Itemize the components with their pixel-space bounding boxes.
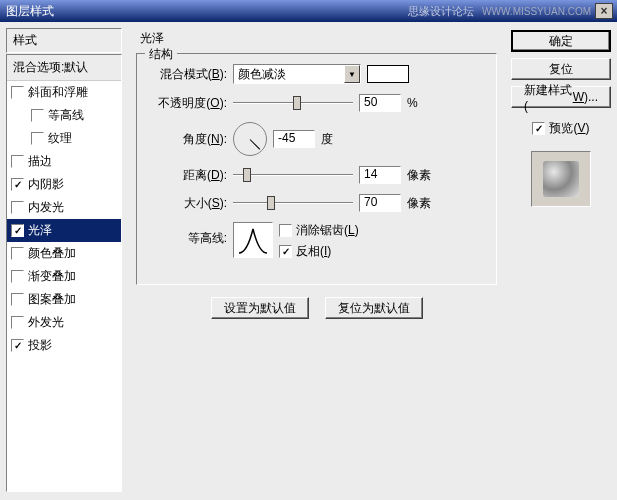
checkbox-icon[interactable] xyxy=(11,316,24,329)
checkbox-icon[interactable] xyxy=(11,178,24,191)
checkbox-icon xyxy=(279,245,292,258)
distance-input[interactable]: 14 xyxy=(359,166,401,184)
style-item-label: 等高线 xyxy=(48,107,84,124)
size-unit: 像素 xyxy=(407,195,431,212)
preview-box xyxy=(531,151,591,207)
ok-button[interactable]: 确定 xyxy=(511,30,611,52)
style-item-label: 斜面和浮雕 xyxy=(28,84,88,101)
title: 图层样式 xyxy=(4,3,408,20)
angle-row: 角度(N): -45 度 xyxy=(149,122,484,156)
style-item-label: 渐变叠加 xyxy=(28,268,76,285)
size-label: 大小(S): xyxy=(149,195,227,212)
styles-list: 混合选项:默认 斜面和浮雕等高线纹理描边内阴影内发光光泽颜色叠加渐变叠加图案叠加… xyxy=(6,54,122,492)
opacity-input[interactable]: 50 xyxy=(359,94,401,112)
angle-input[interactable]: -45 xyxy=(273,130,315,148)
style-item-9[interactable]: 图案叠加 xyxy=(7,288,121,311)
blending-options[interactable]: 混合选项:默认 xyxy=(7,55,121,81)
contour-picker[interactable] xyxy=(233,222,273,258)
style-item-label: 光泽 xyxy=(28,222,52,239)
set-default-button[interactable]: 设置为默认值 xyxy=(211,297,309,319)
style-item-3[interactable]: 描边 xyxy=(7,150,121,173)
style-item-4[interactable]: 内阴影 xyxy=(7,173,121,196)
style-item-label: 投影 xyxy=(28,337,52,354)
style-item-0[interactable]: 斜面和浮雕 xyxy=(7,81,121,104)
opacity-slider[interactable] xyxy=(233,94,353,112)
contour-curve-icon xyxy=(237,225,269,255)
structure-group: 结构 混合模式(B): 颜色减淡 ▼ 不透明度(O): 50 % 角度(N): … xyxy=(136,53,497,285)
checkbox-icon[interactable] xyxy=(31,132,44,145)
close-icon: × xyxy=(600,4,607,18)
size-input[interactable]: 70 xyxy=(359,194,401,212)
chevron-down-icon: ▼ xyxy=(344,65,360,83)
dialog-body: 样式 混合选项:默认 斜面和浮雕等高线纹理描边内阴影内发光光泽颜色叠加渐变叠加图… xyxy=(0,22,617,498)
cancel-button[interactable]: 复位 xyxy=(511,58,611,80)
antialias-check[interactable]: 消除锯齿(L) xyxy=(279,222,359,239)
default-buttons: 设置为默认值 复位为默认值 xyxy=(136,297,497,319)
style-item-1[interactable]: 等高线 xyxy=(7,104,121,127)
opacity-row: 不透明度(O): 50 % xyxy=(149,94,484,112)
style-item-label: 纹理 xyxy=(48,130,72,147)
reset-default-button[interactable]: 复位为默认值 xyxy=(325,297,423,319)
style-item-label: 内发光 xyxy=(28,199,64,216)
checkbox-icon[interactable] xyxy=(11,155,24,168)
color-swatch[interactable] xyxy=(367,65,409,83)
distance-row: 距离(D): 14 像素 xyxy=(149,166,484,184)
group-title: 结构 xyxy=(145,46,177,63)
checkbox-icon[interactable] xyxy=(11,339,24,352)
action-panel: 确定 复位 新建样式(W)... 预览(V) xyxy=(511,28,611,492)
contour-label: 等高线: xyxy=(149,222,227,247)
style-item-10[interactable]: 外发光 xyxy=(7,311,121,334)
style-item-11[interactable]: 投影 xyxy=(7,334,121,357)
checkbox-icon[interactable] xyxy=(11,270,24,283)
size-slider[interactable] xyxy=(233,194,353,212)
blend-mode-dropdown[interactable]: 颜色减淡 ▼ xyxy=(233,64,361,84)
checkbox-icon[interactable] xyxy=(11,86,24,99)
style-item-6[interactable]: 光泽 xyxy=(7,219,121,242)
angle-dial[interactable] xyxy=(233,122,267,156)
checkbox-icon[interactable] xyxy=(11,201,24,214)
blend-mode-row: 混合模式(B): 颜色减淡 ▼ xyxy=(149,64,484,84)
angle-unit: 度 xyxy=(321,131,333,148)
style-item-label: 描边 xyxy=(28,153,52,170)
watermark: 思缘设计论坛 xyxy=(408,4,474,19)
style-item-label: 颜色叠加 xyxy=(28,245,76,262)
titlebar: 图层样式 思缘设计论坛 WWW.MISSYUAN.COM × xyxy=(0,0,617,22)
angle-label: 角度(N): xyxy=(149,131,227,148)
checkbox-icon[interactable] xyxy=(11,224,24,237)
style-item-label: 图案叠加 xyxy=(28,291,76,308)
style-item-8[interactable]: 渐变叠加 xyxy=(7,265,121,288)
opacity-unit: % xyxy=(407,96,418,110)
opacity-label: 不透明度(O): xyxy=(149,95,227,112)
size-row: 大小(S): 70 像素 xyxy=(149,194,484,212)
options-panel: 光泽 结构 混合模式(B): 颜色减淡 ▼ 不透明度(O): 50 % 角度(N… xyxy=(128,28,505,492)
new-style-button[interactable]: 新建样式(W)... xyxy=(511,86,611,108)
preview-thumbnail xyxy=(543,161,579,197)
distance-slider[interactable] xyxy=(233,166,353,184)
distance-unit: 像素 xyxy=(407,167,431,184)
style-item-5[interactable]: 内发光 xyxy=(7,196,121,219)
close-button[interactable]: × xyxy=(595,3,613,19)
checkbox-icon[interactable] xyxy=(11,293,24,306)
invert-check[interactable]: 反相(I) xyxy=(279,243,359,260)
preview-check[interactable]: 预览(V) xyxy=(511,120,611,137)
contour-row: 等高线: 消除锯齿(L) 反相(I) xyxy=(149,222,484,260)
checkbox-icon[interactable] xyxy=(11,247,24,260)
blend-mode-label: 混合模式(B): xyxy=(149,66,227,83)
style-item-7[interactable]: 颜色叠加 xyxy=(7,242,121,265)
panel-title: 光泽 xyxy=(136,30,497,47)
checkbox-icon[interactable] xyxy=(31,109,44,122)
style-item-label: 外发光 xyxy=(28,314,64,331)
distance-label: 距离(D): xyxy=(149,167,227,184)
style-item-2[interactable]: 纹理 xyxy=(7,127,121,150)
style-item-label: 内阴影 xyxy=(28,176,64,193)
checkbox-icon xyxy=(532,122,545,135)
checkbox-icon xyxy=(279,224,292,237)
styles-header[interactable]: 样式 xyxy=(6,28,122,53)
watermark-url: WWW.MISSYUAN.COM xyxy=(482,6,591,17)
styles-panel: 样式 混合选项:默认 斜面和浮雕等高线纹理描边内阴影内发光光泽颜色叠加渐变叠加图… xyxy=(6,28,122,492)
